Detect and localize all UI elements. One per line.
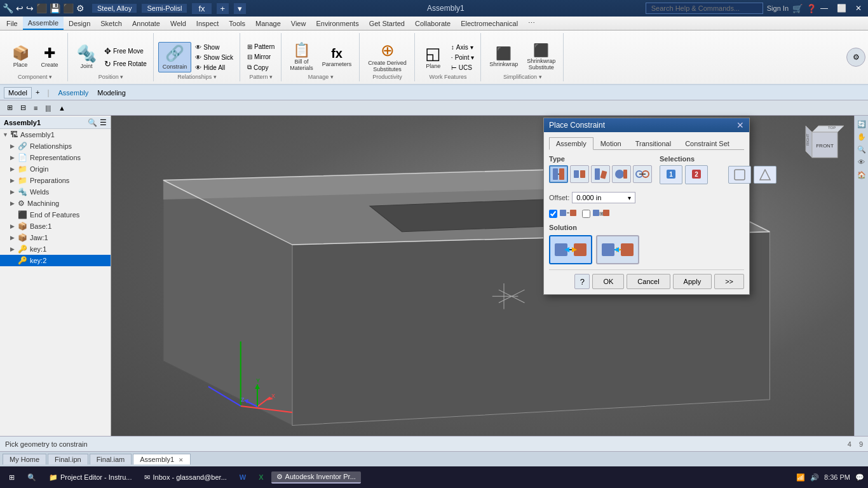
model-tab[interactable]: Model <box>4 87 32 98</box>
axis-button[interactable]: ↕ Axis ▾ <box>449 43 477 52</box>
apply-button[interactable]: Apply <box>673 274 712 289</box>
bottom-tab-final-ipn[interactable]: Final.ipn <box>48 454 88 464</box>
pan-tool[interactable]: ✋ <box>856 131 867 142</box>
type-tangent-button[interactable] <box>612 165 631 183</box>
cart-icon[interactable]: 🛒 <box>792 4 803 13</box>
selection-1-button[interactable]: 1 <box>660 165 682 184</box>
view-cols-icon[interactable]: ||| <box>42 104 54 112</box>
start-button[interactable]: ⊞ <box>4 472 20 483</box>
tree-item-end-features[interactable]: ⬛ End of Features <box>0 209 111 220</box>
close-button[interactable]: ✕ <box>851 3 865 14</box>
menu-get-started[interactable]: Get Started <box>364 17 410 30</box>
tree-search-icon[interactable]: 🔍 <box>88 118 97 127</box>
point-button[interactable]: · Point ▾ <box>449 53 477 62</box>
place-button[interactable]: 📦 Place <box>6 44 34 70</box>
type-angle-button[interactable] <box>591 165 610 183</box>
dialog-tab-transitional[interactable]: Transitional <box>628 137 678 150</box>
tree-item-assembly1[interactable]: ▼ 🏗 Assembly1 <box>0 129 111 140</box>
bottom-tab-assembly1-close[interactable]: ✕ <box>179 457 184 463</box>
bottom-tab-assembly1[interactable]: Assembly1 ✕ <box>133 454 191 464</box>
grid-icon[interactable]: ⊞ <box>4 103 16 112</box>
tree-item-key1[interactable]: ▶ 🔑 key:1 <box>0 243 111 255</box>
settings-icon[interactable]: ⚙ <box>76 3 85 13</box>
type-mate-button[interactable] <box>549 165 568 183</box>
bottom-tab-my-home[interactable]: My Home <box>3 454 46 464</box>
tree-item-welds[interactable]: ▶ 🔩 Welds <box>0 186 111 198</box>
maximize-button[interactable]: ⬜ <box>833 3 850 14</box>
surface-selector[interactable]: Semi-Polisl <box>142 4 187 13</box>
show-button[interactable]: 👁 Show <box>193 43 236 52</box>
menu-tools[interactable]: Tools <box>224 17 250 30</box>
shrinkwrap-button[interactable]: ⬛ Shrinkwrap <box>485 45 522 69</box>
create-derived-button[interactable]: ⊕ Create DerivedSubstitutes <box>364 40 410 74</box>
taskbar-item-project[interactable]: 📁 Project Editor - Instru... <box>44 472 137 483</box>
ribbon-settings-button[interactable]: ⚙ <box>846 48 865 67</box>
menu-manage[interactable]: Manage <box>250 17 286 30</box>
tree-menu-icon[interactable]: ☰ <box>100 118 107 127</box>
solution-button-1[interactable] <box>549 235 592 264</box>
free-move-button[interactable]: ✥ Free Move <box>102 45 149 57</box>
offset-input[interactable]: 0.000 in ▾ <box>572 192 635 203</box>
free-rotate-button[interactable]: ↻ Free Rotate <box>102 58 149 70</box>
tree-item-preparations[interactable]: ▶ 📁 Preparations <box>0 175 111 186</box>
menu-inspect[interactable]: Inspect <box>191 17 224 30</box>
selection-2-button[interactable]: 2 <box>685 165 708 184</box>
notification-icon[interactable]: 💬 <box>855 473 864 482</box>
parameters-button[interactable]: fx Parameters <box>318 45 356 69</box>
menu-more[interactable]: ⋯ <box>523 17 540 30</box>
show-sick-button[interactable]: 👁 Show Sick <box>193 53 236 62</box>
dropdown-icon[interactable]: ▾ <box>234 3 246 14</box>
menu-collaborate[interactable]: Collaborate <box>410 17 456 30</box>
tree-item-key2[interactable]: 🔑 key:2 <box>0 255 111 266</box>
ucs-button[interactable]: ⊢ UCS <box>449 63 477 72</box>
solution-button-2[interactable] <box>596 235 639 264</box>
dialog-title-bar[interactable]: Place Constraint ✕ <box>544 118 749 132</box>
tree-item-machining[interactable]: ▶ ⚙ Machining <box>0 198 111 209</box>
bom-button[interactable]: 📋 Bill ofMaterials <box>286 41 317 73</box>
copy-button[interactable]: ⧉ Copy <box>245 62 277 72</box>
checkbox-item2[interactable]: ⊞ <box>582 207 610 220</box>
hide-all-button[interactable]: 👁 Hide All <box>193 63 236 72</box>
nav-cube[interactable]: FRONT TOP RIGHT <box>799 119 850 170</box>
orbit-tool[interactable]: 🔄 <box>856 118 867 130</box>
menu-file[interactable]: File <box>1 17 23 30</box>
more-button[interactable]: >> <box>714 274 744 289</box>
checkbox-item1[interactable] <box>549 207 577 220</box>
add-icon[interactable]: + <box>217 3 229 14</box>
menu-environments[interactable]: Environments <box>311 17 363 30</box>
type-flush-button[interactable] <box>570 165 589 183</box>
create-button[interactable]: ✚ Create <box>36 44 64 70</box>
view-grid2-icon[interactable]: ⊟ <box>17 103 29 112</box>
menu-annotate[interactable]: Annotate <box>127 17 165 30</box>
menu-view[interactable]: View <box>286 17 311 30</box>
taskbar-item-inbox[interactable]: ✉ Inbox - glassand@ber... <box>139 472 231 483</box>
selection-extra-button1[interactable] <box>728 166 751 184</box>
minimize-button[interactable]: — <box>817 3 832 14</box>
modeling-sub-tab[interactable]: Modeling <box>93 88 130 98</box>
view-list-icon[interactable]: ≡ <box>31 104 41 112</box>
taskbar-item-excel[interactable]: X <box>254 472 268 482</box>
bottom-tab-final-iam[interactable]: Final.iam <box>90 454 132 464</box>
menu-assemble[interactable]: Assemble <box>23 17 64 30</box>
formula-icon[interactable]: fx <box>192 3 211 14</box>
pattern-button[interactable]: ⊞ Pattern <box>245 42 277 51</box>
checkbox1[interactable] <box>549 210 557 218</box>
dialog-close-button[interactable]: ✕ <box>736 121 744 130</box>
redo-icon[interactable]: ↪ <box>26 3 34 13</box>
offset-dropdown-icon[interactable]: ▾ <box>628 194 631 201</box>
cancel-button[interactable]: Cancel <box>627 274 670 289</box>
dialog-tab-motion[interactable]: Motion <box>593 137 628 150</box>
ok-button[interactable]: OK <box>592 274 624 289</box>
dialog-tab-assembly[interactable]: Assembly <box>549 137 593 150</box>
tree-item-origin[interactable]: ▶ 📁 Origin <box>0 163 111 175</box>
menu-design[interactable]: Design <box>64 17 95 30</box>
dialog-tab-constraint-set[interactable]: Constraint Set <box>678 137 736 150</box>
help-icon[interactable]: ❓ <box>806 4 817 13</box>
look-at-tool[interactable]: 👁 <box>856 156 867 168</box>
selection-extra-button2[interactable] <box>754 166 776 184</box>
plane-button[interactable]: ◱ Plane <box>419 43 447 71</box>
type-insert-button[interactable] <box>633 165 652 183</box>
taskbar-item-word[interactable]: W <box>234 472 251 482</box>
tree-item-base1[interactable]: ▶ 📦 Base:1 <box>0 220 111 232</box>
tree-item-relationships[interactable]: ▶ 🔗 Relationships <box>0 140 111 152</box>
